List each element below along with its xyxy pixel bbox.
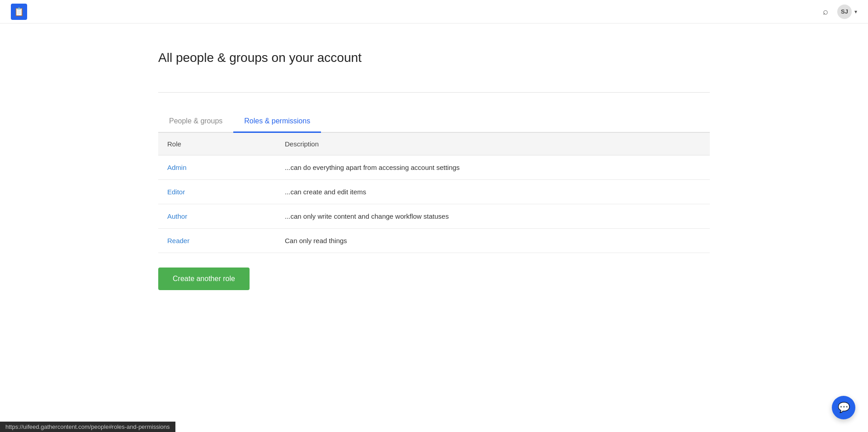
top-bar: 📋 ⌕ SJ ▾ (0, 0, 868, 23)
tabs-container: People & groups Roles & permissions (158, 111, 710, 133)
table-row: Reader Can only read things (158, 229, 710, 253)
title-divider (158, 92, 710, 93)
role-link-admin[interactable]: Admin (167, 164, 187, 171)
logo-icon: 📋 (14, 7, 24, 17)
tab-people-groups[interactable]: People & groups (158, 111, 233, 133)
role-link-editor[interactable]: Editor (167, 188, 185, 196)
roles-table: Role Description Admin ...can do everyth… (158, 133, 710, 253)
column-role: Role (158, 133, 276, 155)
search-button[interactable]: ⌕ (823, 6, 828, 17)
table-body: Admin ...can do everything apart from ac… (158, 155, 710, 253)
tab-roles-permissions[interactable]: Roles & permissions (233, 111, 321, 133)
column-description: Description (276, 133, 710, 155)
header-right: ⌕ SJ ▾ (823, 5, 857, 19)
description-cell-admin: ...can do everything apart from accessin… (276, 155, 710, 180)
description-cell-author: ...can only write content and change wor… (276, 204, 710, 229)
description-cell-editor: ...can create and edit items (276, 180, 710, 204)
role-cell-author: Author (158, 204, 276, 229)
role-cell-editor: Editor (158, 180, 276, 204)
status-url: https://uifeed.gathercontent.com/people#… (5, 423, 170, 430)
table-row: Editor ...can create and edit items (158, 180, 710, 204)
app-logo: 📋 (11, 4, 27, 20)
description-cell-reader: Can only read things (276, 229, 710, 253)
search-icon: ⌕ (823, 6, 828, 17)
status-bar: https://uifeed.gathercontent.com/people#… (0, 422, 175, 432)
table-row: Author ...can only write content and cha… (158, 204, 710, 229)
page-title: All people & groups on your account (158, 51, 710, 65)
chevron-down-icon: ▾ (854, 9, 857, 15)
table-header: Role Description (158, 133, 710, 155)
header-left: 📋 (11, 4, 27, 20)
role-cell-reader: Reader (158, 229, 276, 253)
user-menu-button[interactable]: SJ ▾ (837, 5, 857, 19)
avatar: SJ (837, 5, 852, 19)
create-another-role-button[interactable]: Create another role (158, 268, 250, 290)
role-link-author[interactable]: Author (167, 212, 187, 220)
chat-support-button[interactable]: 💬 (832, 396, 855, 419)
tabs-nav: People & groups Roles & permissions (158, 111, 710, 132)
chat-icon: 💬 (838, 402, 850, 413)
role-cell-admin: Admin (158, 155, 276, 180)
main-content: All people & groups on your account Peop… (140, 23, 728, 308)
table-row: Admin ...can do everything apart from ac… (158, 155, 710, 180)
role-link-reader[interactable]: Reader (167, 237, 189, 244)
